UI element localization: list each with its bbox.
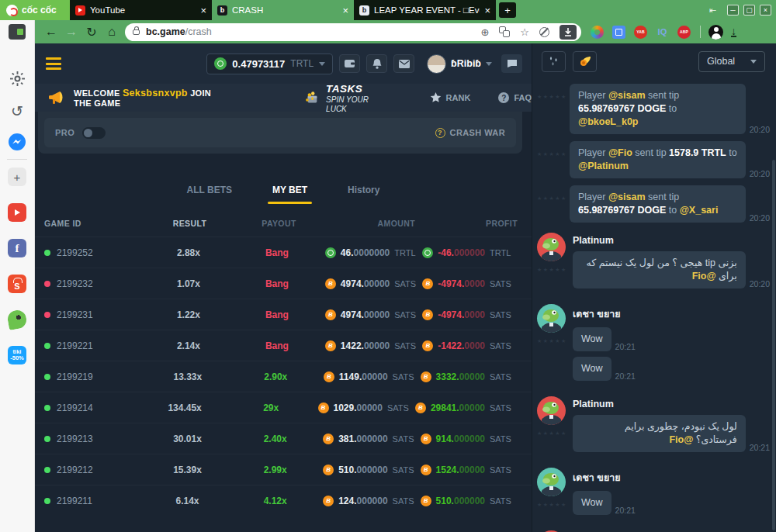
bet-row[interactable]: 2199214134.45x29xB1029.00000SATSB29841.0… <box>35 392 532 423</box>
pro-toggle[interactable] <box>82 127 106 139</box>
bet-row[interactable]: 21992311.22xBangB4974.00000SATSB-4974.00… <box>35 299 532 330</box>
message-bubble[interactable]: Wow <box>573 327 611 351</box>
bookmark-star-icon[interactable]: ☆ <box>520 26 529 38</box>
wallet-button[interactable] <box>339 54 360 73</box>
bet-row[interactable]: 21992212.14xBangB1422.00000SATSB-1422.00… <box>35 330 532 361</box>
extension-iq-icon[interactable]: IQ <box>656 26 669 39</box>
message-bubble[interactable]: Wow <box>573 491 611 515</box>
address-bar[interactable]: bc.game/crash ⊕ ☆ <box>125 23 581 41</box>
browser-logo[interactable]: cốc cốc <box>0 0 70 20</box>
message-bubble[interactable]: لول یک نبودم، چطوری برایم فرستادی؟ @Fio <box>573 415 746 452</box>
bet-row[interactable]: 219921215.39x2.99xB510.000000SATSB1524.0… <box>35 454 532 485</box>
bets-tab[interactable]: ALL BETS <box>187 185 232 204</box>
fireball-button[interactable] <box>573 51 597 72</box>
bets-tab[interactable]: History <box>348 185 379 204</box>
rank-link[interactable]: RANK <box>430 92 471 103</box>
message-bubble[interactable]: Player @sisam sent tip 65.98769767 DOGE … <box>570 84 746 134</box>
tiki-shortcut[interactable]: tiki-50% <box>8 346 26 364</box>
extension-translate-icon[interactable] <box>612 26 625 39</box>
crash-war-link[interactable]: ?CRASH WAR <box>435 128 505 138</box>
tasks-promo[interactable]: TASKSSPIN YOUR LUCK <box>305 83 373 113</box>
user-menu[interactable]: ɓRibiɓ <box>427 54 492 74</box>
tab-close-icon[interactable]: × <box>200 5 206 16</box>
avatar[interactable] <box>537 304 566 333</box>
browser-tab[interactable]: YouTube× <box>70 0 212 20</box>
bet-row[interactable]: 21992116.14x4.12xB124.000000SATSB510.000… <box>35 485 532 516</box>
message-username[interactable]: เดชา ขยาย <box>573 306 770 322</box>
rain-button[interactable] <box>542 51 566 72</box>
page-url[interactable]: bc.game/crash <box>146 26 212 37</box>
download-bar-button[interactable] <box>559 25 577 40</box>
home-button[interactable]: ⌂ <box>102 25 122 39</box>
lock-icon[interactable] <box>133 29 140 35</box>
sidebar-toggle-button[interactable] <box>9 24 26 40</box>
game-id-cell: 2199212 <box>44 465 147 475</box>
avatar[interactable] <box>537 233 566 261</box>
mention[interactable]: @Fio <box>692 271 716 282</box>
message-username[interactable]: Platinum <box>573 399 770 409</box>
bets-tab[interactable]: MY BET <box>272 185 307 204</box>
reload-button[interactable]: ↻ <box>81 25 102 40</box>
translate-icon[interactable] <box>499 26 510 37</box>
site-header: 0.47973117 TRTL ɓRibiɓ <box>35 43 532 84</box>
message-username[interactable]: Platinum <box>573 235 770 246</box>
mention[interactable]: @Fio <box>608 147 632 158</box>
message-bubble[interactable]: بزنی tip هیجی ؟ من لول یک نیستم که برای … <box>573 251 746 288</box>
maximize-button[interactable]: ▢ <box>743 5 755 16</box>
profit-cell: B510.000000SATS <box>421 496 518 506</box>
bet-row[interactable]: 21992321.07xBangB4974.00000SATSB-4974.00… <box>35 268 532 299</box>
payout-cell: Bang <box>229 247 325 258</box>
message-bubble[interactable]: Player @sisam sent tip 65.98769767 DOGE … <box>570 185 746 223</box>
tab-close-icon[interactable]: × <box>342 5 348 16</box>
mention[interactable]: @sisam <box>608 192 646 202</box>
messages-button[interactable] <box>393 54 414 73</box>
facebook-shortcut[interactable]: f <box>8 239 26 257</box>
back-button[interactable]: ← <box>41 25 61 39</box>
avatar[interactable] <box>537 468 566 496</box>
history-button[interactable]: ↺ <box>8 102 26 120</box>
minimize-button[interactable]: ─ <box>727 5 739 16</box>
new-tab-button[interactable]: + <box>499 2 516 18</box>
chat-toggle-button[interactable] <box>501 54 522 73</box>
forward-button[interactable]: → <box>61 25 81 39</box>
bet-row[interactable]: 219921913.33x2.90xB1149.00000SATSB3332.0… <box>35 361 532 392</box>
close-button[interactable]: × <box>760 5 771 16</box>
bet-row[interactable]: 21992522.88xBang46.0000000TRTL-46.000000… <box>35 237 532 268</box>
extension-abp-icon[interactable]: ABP <box>677 26 691 39</box>
menu-button[interactable] <box>46 57 61 70</box>
profile-button[interactable] <box>708 25 723 40</box>
downloads-button[interactable]: ↓ <box>731 27 736 37</box>
zoom-page-icon[interactable]: ⊕ <box>480 26 489 38</box>
mention[interactable]: @sisam <box>608 90 646 101</box>
browser-tab[interactable]: bCRASH× <box>212 0 354 20</box>
shopee-shortcut[interactable]: S <box>8 275 26 293</box>
profit-value: -1422.0000 <box>438 340 485 351</box>
mention[interactable]: @Fio <box>669 434 693 445</box>
extension-yab-icon[interactable]: YAB <box>634 26 647 39</box>
message-bubble[interactable]: Wow <box>573 357 611 381</box>
message-time: 20:20 <box>750 169 770 178</box>
avatar[interactable] <box>537 396 566 425</box>
message-username[interactable]: เดชา ขยาย <box>573 470 770 485</box>
settings-button[interactable] <box>8 69 26 88</box>
tab-close-icon[interactable]: × <box>484 5 490 16</box>
messenger-button[interactable] <box>8 133 26 151</box>
mention[interactable]: @Platinum <box>578 161 629 171</box>
youtube-shortcut[interactable] <box>8 203 26 222</box>
faq-link[interactable]: ? FAQ <box>498 92 532 103</box>
message-bubble[interactable]: Player @Fio sent tip 1578.9 TRTL to @Pla… <box>570 141 746 178</box>
notifications-button[interactable] <box>366 54 387 73</box>
mention[interactable]: @X_sari <box>680 205 719 216</box>
balance-selector[interactable]: 0.47973117 TRTL <box>206 54 333 74</box>
channel-selector[interactable]: Global <box>698 51 765 72</box>
adblock-shield-icon[interactable] <box>539 27 549 37</box>
extension-wheel-icon[interactable] <box>591 26 604 39</box>
coccoc-offers-shortcut[interactable] <box>6 309 28 330</box>
chat-scrollbar[interactable] <box>772 160 775 530</box>
pin-tabs-icon[interactable]: ⇤ <box>709 5 716 16</box>
amount-value: 4974.00000 <box>341 278 390 289</box>
add-shortcut-button[interactable]: + <box>8 168 26 186</box>
mention[interactable]: @bkoeL_k0p <box>578 116 639 127</box>
bet-row[interactable]: 219921330.01x2.40xB381.000000SATSB914.00… <box>35 423 532 454</box>
browser-tab[interactable]: bLEAP YEAR EVENT - □Event -× <box>354 0 496 20</box>
